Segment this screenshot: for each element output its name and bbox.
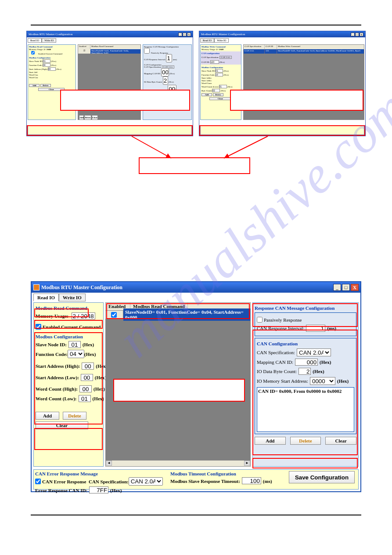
add-button[interactable]: Add: [201, 93, 212, 96]
memory-usage-value: [72, 312, 95, 319]
can-response-interval-input[interactable]: [306, 325, 325, 332]
io-memory-start-select[interactable]: 0000: [310, 377, 335, 385]
row-command-value: SlaveNodeID= 0x01, FunctionCode= 0x04, S…: [123, 308, 250, 321]
thumb-right-titlebar: Modbus RTU Master Configuration _□X: [199, 31, 365, 37]
center-white-callout: [113, 379, 245, 402]
enable-cmd-checkbox[interactable]: [29, 51, 37, 54]
modbus-read-panel: Modbus Read Command Memory Usage: Enable…: [33, 302, 104, 467]
thumb-left-callout-box: [60, 90, 190, 111]
tab-read-io[interactable]: Read IO: [33, 294, 59, 301]
grid-row[interactable]: SlaveNodeID= 0x01, FunctionCode= 0x04, S…: [106, 311, 250, 319]
can-config-title: CAN Configuration: [257, 341, 354, 346]
divider-bottom: [31, 515, 361, 515]
enable-current-command-checkbox[interactable]: [36, 324, 41, 330]
close-button[interactable]: X: [351, 284, 359, 291]
start-addr-low-input[interactable]: [81, 374, 93, 381]
add-button[interactable]: Add: [36, 412, 59, 420]
save-configuration-button[interactable]: Save Configuration: [289, 471, 355, 483]
slave-node-id-input[interactable]: [68, 341, 81, 348]
error-response-can-id-input[interactable]: [89, 486, 108, 493]
max-icon[interactable]: □: [183, 33, 187, 36]
main-tabs: Read IOWrite IO: [33, 294, 86, 301]
thumb-right-callout-box: [230, 90, 363, 111]
word-count-high-input[interactable]: [79, 385, 92, 392]
slave-node-input[interactable]: [43, 59, 50, 63]
divider-top: [31, 25, 361, 25]
right-clear-button[interactable]: Clear: [325, 437, 356, 445]
thumb-right-window: Modbus RTU Master Configuration _□X Read…: [199, 31, 366, 136]
window-title: Modbus RTU Master Configuration: [41, 284, 122, 291]
can-spec-select[interactable]: CAN 2.0A: [297, 348, 331, 356]
main-window: Modbus RTU Master Configuration _ □ X Re…: [31, 281, 361, 492]
memory-usage-label: Memory Usage:: [36, 313, 68, 319]
mapping-can-id-input[interactable]: [295, 359, 318, 366]
enable-current-label: Enabled Current Command: [43, 324, 101, 330]
io-data-byte-count-input[interactable]: [298, 368, 311, 375]
delete-button[interactable]: Delete: [40, 84, 51, 87]
svg-line-0: [132, 136, 171, 158]
min-icon[interactable]: _: [178, 33, 182, 36]
close-icon[interactable]: X: [187, 33, 191, 36]
modbus-timeout-title: Modbus Timeout Configuration: [170, 471, 287, 476]
thumbnail-row: Modbus RTU Master Configuration _□X Read…: [26, 31, 366, 136]
minimize-button[interactable]: _: [333, 284, 341, 291]
right-delete-button[interactable]: Delete: [290, 437, 321, 445]
add-button[interactable]: Add: [29, 84, 40, 87]
scroll-right-icon[interactable]: ►: [244, 461, 250, 466]
close-icon[interactable]: X: [360, 33, 363, 36]
bottom-can-spec-select[interactable]: CAN 2.0A: [129, 477, 163, 486]
min-icon[interactable]: _: [351, 33, 355, 36]
thumb-left-titlebar: Modbus RTU Master Configuration _□X: [27, 31, 193, 37]
bottom-panel: CAN Error Response Message CAN Error Res…: [33, 469, 359, 490]
func-code-input[interactable]: [43, 63, 50, 67]
clear-button[interactable]: Clear: [36, 421, 88, 429]
max-icon[interactable]: □: [355, 33, 359, 36]
clear-button[interactable]: Clear: [209, 97, 231, 100]
modbus-read-title: Modbus Read Command: [36, 305, 101, 311]
delete-button[interactable]: Delete: [213, 93, 223, 96]
callout-arrows: [0, 132, 392, 185]
function-code-select[interactable]: 04: [68, 350, 84, 358]
thumb-left-tabs: Read IOWrite IO: [28, 38, 56, 43]
tab-write-io[interactable]: Write IO: [42, 38, 56, 43]
modbus-config-title: Modbus Configuration: [36, 334, 101, 339]
delete-button[interactable]: Delete: [63, 412, 86, 420]
can-info-box: CAN ID= 0x000, From 0x0000 to 0x0002: [257, 387, 354, 432]
tab-read-io[interactable]: Read IO: [28, 38, 42, 43]
svg-line-1: [224, 136, 268, 158]
row-enable-checkbox[interactable]: [111, 312, 117, 318]
response-can-title: Response CAN Message Configuration: [255, 305, 356, 311]
can-error-title: CAN Error Response Message: [35, 471, 167, 476]
tab-read-io[interactable]: Read IO: [200, 38, 214, 43]
slave-timeout-input[interactable]: [242, 477, 261, 484]
maximize-button[interactable]: □: [342, 284, 350, 291]
can-error-response-checkbox[interactable]: [35, 479, 41, 484]
start-high-input[interactable]: [48, 67, 56, 71]
tab-write-io[interactable]: Write IO: [59, 294, 86, 301]
passively-response-checkbox[interactable]: [257, 317, 263, 323]
app-icon: [33, 284, 40, 290]
word-count-low-input[interactable]: [79, 395, 91, 402]
tab-write-io[interactable]: Write IO: [214, 38, 229, 43]
start-addr-high-input[interactable]: [82, 363, 94, 370]
scroll-left-icon[interactable]: ◄: [106, 461, 112, 466]
thumb-right-tabs: Read IOWrite IO: [200, 38, 229, 43]
response-can-panel: Response CAN Message Configuration Passi…: [252, 302, 359, 467]
titlebar: Modbus RTU Master Configuration _ □ X: [32, 282, 360, 293]
thumb-left-window: Modbus RTU Master Configuration _□X Read…: [26, 31, 193, 136]
right-add-button[interactable]: Add: [255, 437, 286, 445]
